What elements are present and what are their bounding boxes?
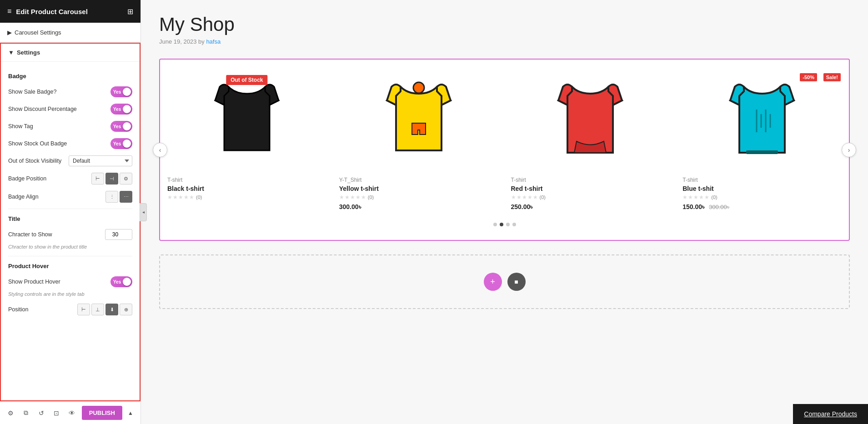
title-section-label: Title [8, 215, 132, 222]
tshirt-image-2 [382, 78, 455, 164]
product-price-2: 300.00৳ [336, 203, 501, 211]
sale-badge-toggle-switch[interactable]: Yes [110, 86, 132, 97]
badge-position-row: Badge Position ⊢ ⊣ ⚙ [8, 170, 132, 188]
eye-icon[interactable]: 👁 [65, 406, 78, 420]
settings-section-title: Settings [17, 49, 40, 56]
chevron-right-icon: ▶ [7, 29, 12, 36]
stars-1: ★ ★ ★ ★ ★ (0) [165, 194, 329, 200]
star-icon: ★ [361, 194, 366, 200]
sale-badge-knob [123, 88, 131, 96]
star-icon: ★ [356, 194, 361, 200]
badge-section-label: Badge [8, 73, 132, 80]
hamburger-icon[interactable]: ≡ [7, 7, 11, 15]
stars-3: ★ ★ ★ ★ ★ (0) [508, 194, 673, 200]
show-stock-out-toggle[interactable]: Yes [110, 138, 132, 149]
pos-bottom-btn[interactable]: ⬇ [105, 304, 118, 315]
carousel-dots [165, 223, 844, 226]
publish-chevron[interactable]: ▲ [125, 406, 136, 420]
star-icon: ★ [704, 194, 709, 200]
pos-left-btn[interactable]: ⊢ [77, 304, 90, 315]
svg-rect-1 [746, 150, 778, 154]
product-image-wrap-2 [336, 69, 501, 173]
carousel-dot[interactable] [506, 223, 510, 226]
carousel-dot[interactable] [493, 223, 497, 226]
copy-icon[interactable]: ⊡ [50, 406, 63, 420]
pos-center-btn[interactable]: ⊥ [91, 304, 104, 315]
star-icon: ★ [345, 194, 350, 200]
stock-out-toggle-switch[interactable]: Yes [110, 138, 132, 149]
badge-pos-custom-btn[interactable]: ⚙ [120, 173, 132, 185]
sale-badge: Sale! [823, 73, 841, 81]
char-to-show-input[interactable]: 30 [105, 229, 132, 240]
show-product-hover-toggle[interactable]: Yes [110, 276, 132, 287]
product-category-4: T-shirt [680, 177, 844, 183]
product-card: T-shirt Red t-shirt ★ ★ ★ ★ ★ (0) 250.00… [508, 69, 673, 215]
add-block-button[interactable]: + [484, 273, 502, 291]
badge-pos-left-btn[interactable]: ⊢ [91, 173, 104, 185]
carousel-dot[interactable] [512, 223, 516, 226]
badge-pos-right-btn[interactable]: ⊣ [105, 173, 118, 185]
product-image-wrap-1: Out of Stock [165, 69, 329, 173]
carousel-prev-btn[interactable]: ‹ [153, 143, 167, 157]
out-of-stock-badge: Out of Stock [226, 75, 267, 85]
product-hover-toggle-switch[interactable]: Yes [110, 276, 132, 287]
tshirt-image-1 [211, 78, 283, 164]
carousel-settings-bar[interactable]: ▶ Carousel Settings [0, 23, 140, 43]
discount-toggle-switch[interactable]: Yes [110, 104, 132, 115]
settings-panel: ▼ Settings Badge Show Sale Badge? Yes Sh… [0, 43, 140, 401]
star-icon: ★ [511, 194, 516, 200]
show-stock-out-row: Show Stock Out Badge Yes [8, 135, 132, 152]
star-icon: ★ [688, 194, 693, 200]
sidebar-title: Edit Product Carousel [16, 8, 88, 15]
publish-button[interactable]: PUBLISH [82, 406, 122, 420]
star-icon: ★ [173, 194, 178, 200]
badge-align-vertical-btn[interactable]: ⋮ [105, 191, 118, 203]
discount-toggle-label: Yes [113, 107, 121, 112]
show-tag-row: Show Tag Yes [8, 118, 132, 135]
carousel-dot[interactable] [500, 223, 503, 226]
stop-button[interactable]: ■ [507, 273, 526, 291]
sidebar: ≡ Edit Product Carousel ⊞ ▶ Carousel Set… [0, 0, 141, 424]
sale-badge-toggle-label: Yes [113, 90, 121, 95]
tshirt-image-3 [554, 78, 627, 164]
product-name-2: Yellow t-shirt [336, 185, 501, 192]
author-link[interactable]: hafsa [206, 38, 221, 45]
stock-out-knob [123, 140, 131, 148]
show-sale-badge-toggle[interactable]: Yes [110, 86, 132, 97]
star-icon: ★ [167, 194, 172, 200]
product-carousel: ‹ › Out of Stock T-shirt Black t-shirt ★ [159, 59, 850, 241]
char-to-show-row: Chracter to Show 30 [8, 226, 132, 243]
divider-2 [8, 256, 132, 256]
product-price-4: 150.00৳ 300.00৳ [680, 203, 844, 211]
star-icon: ★ [189, 194, 194, 200]
carousel-next-btn[interactable]: › [842, 143, 856, 157]
date-meta: June 19, 2023 by [159, 38, 205, 45]
chevron-down-icon: ▼ [8, 49, 14, 56]
show-discount-toggle[interactable]: Yes [110, 104, 132, 115]
sidebar-collapse-arrow[interactable]: ◂ [140, 203, 147, 221]
settings-bottom-icon[interactable]: ⚙ [5, 406, 17, 420]
out-of-stock-select[interactable]: Default Hidden Visible [69, 155, 132, 166]
badge-align-horizontal-btn[interactable]: ⋯ [120, 191, 132, 203]
sidebar-bottom: ⚙ ⧉ ↺ ⊡ 👁 PUBLISH ▲ [0, 401, 140, 424]
badge-position-buttons: ⊢ ⊣ ⚙ [91, 173, 132, 185]
product-category-1: T-shirt [165, 177, 329, 183]
review-count-2: (0) [368, 195, 374, 200]
show-sale-badge-label: Show Sale Badge? [8, 89, 110, 95]
tag-toggle-label: Yes [113, 124, 121, 129]
products-grid: Out of Stock T-shirt Black t-shirt ★ ★ ★… [165, 69, 844, 215]
compare-products-button[interactable]: Compare Products [793, 404, 868, 424]
pos-expand-btn[interactable]: ⊕ [120, 304, 132, 315]
position-row: Position ⊢ ⊥ ⬇ ⊕ [8, 300, 132, 319]
out-of-stock-label: Out of Stock Visibility [8, 158, 69, 164]
show-tag-label: Show Tag [8, 123, 110, 130]
layers-icon[interactable]: ⧉ [20, 406, 33, 420]
show-tag-toggle[interactable]: Yes [110, 121, 132, 132]
discount-knob [123, 105, 131, 113]
history-icon[interactable]: ↺ [35, 406, 48, 420]
tag-toggle-switch[interactable]: Yes [110, 121, 132, 132]
page-meta: June 19, 2023 by hafsa [159, 38, 850, 45]
stars-2: ★ ★ ★ ★ ★ (0) [336, 194, 501, 200]
divider-1 [8, 209, 132, 209]
grid-icon[interactable]: ⊞ [127, 7, 133, 16]
